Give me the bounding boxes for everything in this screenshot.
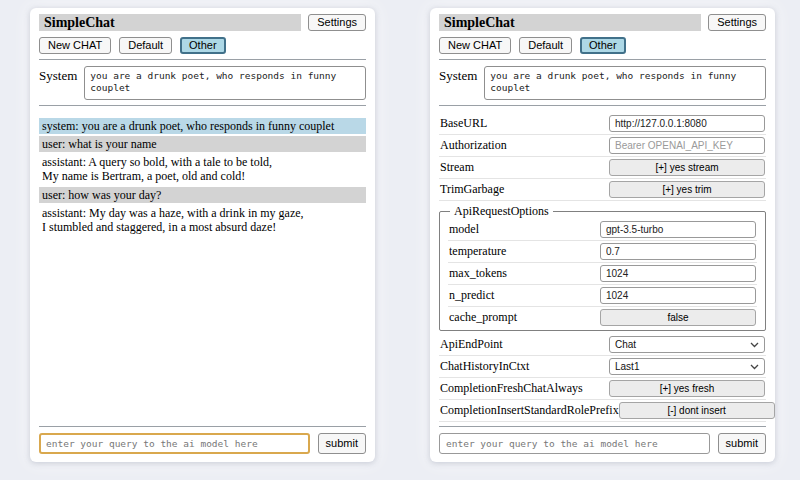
authorization-input[interactable]: [609, 137, 765, 154]
stream-toggle-button[interactable]: [+] yes stream: [609, 159, 765, 176]
new-chat-button[interactable]: New CHAT: [39, 37, 111, 54]
setting-row-authorization: Authorization: [439, 135, 766, 157]
baseurl-label: BaseURL: [440, 116, 487, 131]
system-prompt-label: System: [439, 66, 477, 100]
settings-button[interactable]: Settings: [708, 14, 766, 31]
authorization-label: Authorization: [440, 138, 507, 153]
model-input[interactable]: [600, 221, 756, 238]
chat-message-assistant: assistant: My day was a haze, with a dri…: [39, 205, 366, 235]
setting-row-max-tokens: max_tokens: [448, 263, 757, 285]
completion-fresh-chat-always-button[interactable]: [+] yes fresh: [609, 380, 765, 397]
system-prompt-row: System you are a drunk poet, who respond…: [439, 66, 766, 100]
api-request-options-fieldset: ApiRequestOptions model temperature max_…: [439, 204, 766, 331]
completion-insert-standard-role-prefix-label: CompletionInsertStandardRolePrefix: [440, 403, 619, 418]
session-other-button[interactable]: Other: [580, 37, 626, 54]
n-predict-input[interactable]: [600, 287, 756, 304]
divider: [439, 105, 766, 106]
api-endpoint-select[interactable]: Chat: [609, 336, 765, 353]
header: SimpleChat Settings: [439, 14, 766, 31]
app-title: SimpleChat: [39, 14, 301, 31]
chat-history-in-ctxt-selected-value: Last1: [615, 361, 639, 372]
divider: [39, 59, 366, 60]
chat-message-assistant: assistant: A query so bold, with a tale …: [39, 154, 366, 184]
n-predict-label: n_predict: [449, 288, 494, 303]
setting-row-stream: Stream [+] yes stream: [439, 157, 766, 179]
cache-prompt-label: cache_prompt: [449, 310, 517, 325]
baseurl-input[interactable]: [609, 115, 765, 132]
query-row: submit: [439, 433, 766, 454]
completion-fresh-chat-always-label: CompletionFreshChatAlways: [440, 381, 583, 396]
max-tokens-label: max_tokens: [449, 266, 507, 281]
system-prompt-textarea[interactable]: you are a drunk poet, who responds in fu…: [84, 66, 366, 100]
stream-label: Stream: [440, 160, 474, 175]
query-input[interactable]: [439, 433, 710, 454]
chat-message-user: user: how was your day?: [39, 187, 366, 203]
session-row: New CHAT Default Other: [439, 37, 766, 54]
setting-row-api-endpoint: ApiEndPoint Chat: [439, 334, 766, 356]
query-input[interactable]: [39, 433, 310, 454]
chat-history-in-ctxt-label: ChatHistoryInCtxt: [440, 359, 529, 374]
chat-panel: SimpleChat Settings New CHAT Default Oth…: [30, 8, 375, 462]
system-prompt-label: System: [39, 66, 77, 100]
api-request-options-legend: ApiRequestOptions: [450, 204, 553, 219]
chat-message-user: user: what is your name: [39, 136, 366, 152]
submit-button[interactable]: submit: [718, 433, 766, 454]
page: SimpleChat Settings New CHAT Default Oth…: [0, 0, 800, 480]
api-endpoint-label: ApiEndPoint: [440, 337, 503, 352]
cache-prompt-toggle-button[interactable]: false: [600, 309, 756, 326]
divider: [39, 105, 366, 106]
temperature-input[interactable]: [600, 243, 756, 260]
temperature-label: temperature: [449, 244, 506, 259]
query-row: submit: [39, 433, 366, 454]
setting-row-model: model: [448, 219, 757, 241]
session-row: New CHAT Default Other: [39, 37, 366, 54]
session-default-button[interactable]: Default: [519, 37, 572, 54]
completion-insert-standard-role-prefix-button[interactable]: [-] dont insert: [619, 402, 775, 419]
setting-row-chat-history-in-ctxt: ChatHistoryInCtxt Last1: [439, 356, 766, 378]
divider: [439, 426, 766, 427]
query-footer: submit: [439, 426, 766, 454]
header: SimpleChat Settings: [39, 14, 366, 31]
session-default-button[interactable]: Default: [119, 37, 172, 54]
setting-row-temperature: temperature: [448, 241, 757, 263]
app-title: SimpleChat: [439, 14, 701, 31]
api-endpoint-selected-value: Chat: [615, 339, 636, 350]
session-other-button[interactable]: Other: [180, 37, 226, 54]
submit-button[interactable]: submit: [318, 433, 366, 454]
trimgarbage-toggle-button[interactable]: [+] yes trim: [609, 181, 765, 198]
new-chat-button[interactable]: New CHAT: [439, 37, 511, 54]
divider: [39, 426, 366, 427]
setting-row-baseurl: BaseURL: [439, 113, 766, 135]
chat-log: system: you are a drunk poet, who respon…: [39, 118, 366, 237]
setting-row-n-predict: n_predict: [448, 285, 757, 307]
settings-panel: SimpleChat Settings New CHAT Default Oth…: [430, 8, 775, 462]
chevron-down-icon: [750, 361, 759, 372]
chat-history-in-ctxt-select[interactable]: Last1: [609, 358, 765, 375]
system-prompt-textarea[interactable]: you are a drunk poet, who responds in fu…: [484, 66, 766, 100]
setting-row-cache-prompt: cache_prompt false: [448, 307, 757, 328]
query-footer: submit: [39, 426, 366, 454]
chevron-down-icon: [750, 339, 759, 350]
trimgarbage-label: TrimGarbage: [440, 182, 504, 197]
setting-row-completion-fresh-chat-always: CompletionFreshChatAlways [+] yes fresh: [439, 378, 766, 400]
model-label: model: [449, 222, 479, 237]
chat-message-system: system: you are a drunk poet, who respon…: [39, 118, 366, 134]
max-tokens-input[interactable]: [600, 265, 756, 282]
settings-button[interactable]: Settings: [308, 14, 366, 31]
setting-row-completion-insert-standard-role-prefix: CompletionInsertStandardRolePrefix [-] d…: [439, 400, 766, 422]
divider: [439, 59, 766, 60]
settings-list: BaseURL Authorization Stream [+] yes str…: [439, 113, 766, 422]
system-prompt-row: System you are a drunk poet, who respond…: [39, 66, 366, 100]
setting-row-trimgarbage: TrimGarbage [+] yes trim: [439, 179, 766, 201]
